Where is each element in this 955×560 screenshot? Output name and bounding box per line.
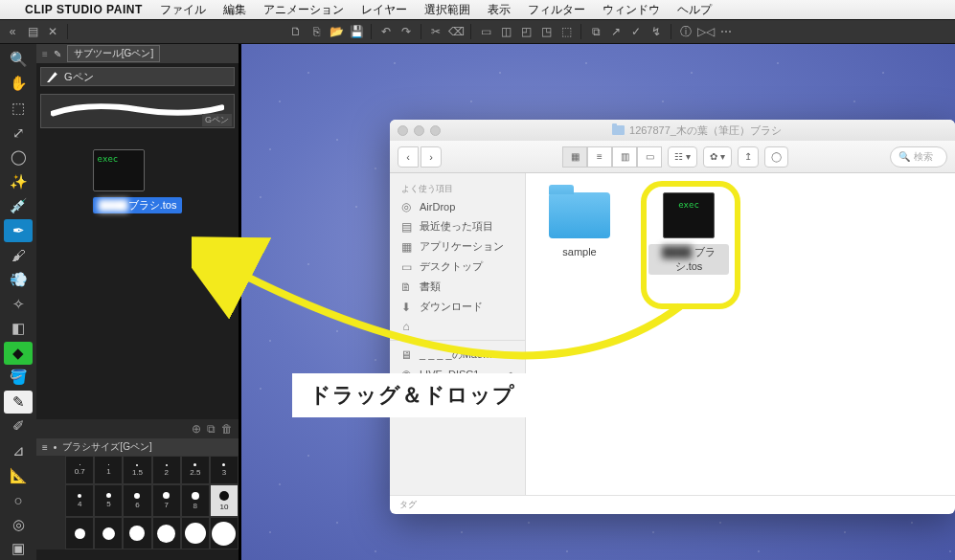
menu-filter[interactable]: フィルター <box>528 2 585 18</box>
ruler3-icon[interactable]: ✓ <box>627 23 645 40</box>
menu-layer[interactable]: レイヤー <box>361 2 407 18</box>
sel1-icon[interactable]: ▭ <box>477 23 494 40</box>
airbrush-tool[interactable]: 💨 <box>4 268 33 291</box>
correct-tool[interactable]: ◎ <box>4 513 33 536</box>
new2-icon[interactable]: ⎘ <box>307 23 325 40</box>
assist-icon[interactable]: ⓘ <box>677 23 694 40</box>
menu-icon[interactable]: ▤ <box>24 23 41 40</box>
sel5-icon[interactable]: ⬚ <box>557 23 575 40</box>
del-subtool-icon[interactable]: 🗑 <box>221 422 233 436</box>
view-segment[interactable]: ▦ ≡ ▥ ▭ <box>562 146 662 168</box>
column-view-icon[interactable]: ▥ <box>612 146 637 168</box>
icon-view-icon[interactable]: ▦ <box>562 146 587 168</box>
back-button[interactable]: ‹ <box>398 146 419 168</box>
finder-item-brushfile[interactable]: exec ████ ブラシ.tos <box>648 192 729 275</box>
subtool-drop-area[interactable]: exec ████ブラシ.tos <box>36 132 239 419</box>
close-icon[interactable]: ✕ <box>44 23 61 40</box>
ruler-tool[interactable]: 📐 <box>4 464 33 487</box>
eraser-tool[interactable]: ◧ <box>4 317 33 340</box>
erase-icon[interactable]: ⌫ <box>447 23 465 40</box>
sel2-icon[interactable]: ◫ <box>497 23 514 40</box>
size-cell[interactable] <box>65 517 94 549</box>
tags-button[interactable]: ◯ <box>764 146 788 168</box>
size-cell[interactable]: 7 <box>152 484 181 517</box>
share-button[interactable]: ↥ <box>738 146 759 168</box>
balloon-tool[interactable]: ○ <box>4 488 33 511</box>
dropper-tool[interactable]: 💉 <box>4 194 33 217</box>
sel4-icon[interactable]: ◳ <box>537 23 555 40</box>
dragged-file[interactable]: exec ████ブラシ.tos <box>93 149 183 213</box>
chevrons-icon[interactable]: « <box>4 23 21 40</box>
sidebar-item-apps[interactable]: ▦アプリケーション <box>390 236 525 257</box>
frame-tool[interactable]: ⊿ <box>4 439 33 462</box>
sidebar-item-downloads[interactable]: ⬇ダウンロード <box>390 297 525 317</box>
size-cell[interactable] <box>210 517 239 549</box>
sidebar-item-mac[interactable]: 🖥_ _ _ _のMac… <box>390 345 525 365</box>
subtool-tab[interactable]: サブツール[Gペン] <box>67 45 160 62</box>
vector-tool[interactable]: ✐ <box>4 415 33 438</box>
finder-window[interactable]: 1267877_木の葉（筆圧）ブラシ ‹ › ▦ ≡ ▥ ▭ ☷ ▾ ✿ ▾ ↥… <box>390 120 955 514</box>
menu-help[interactable]: ヘルプ <box>677 2 712 18</box>
cut-icon[interactable]: ✂ <box>427 23 444 40</box>
extra-icon[interactable]: ⋯ <box>717 23 735 40</box>
new-subtool-icon[interactable]: ⊕ <box>192 422 201 436</box>
ruler2-icon[interactable]: ↗ <box>607 23 625 40</box>
fill-tool[interactable]: 🪣 <box>4 367 33 390</box>
size-cell[interactable]: 8 <box>181 484 210 517</box>
traffic-lights[interactable] <box>398 125 441 136</box>
finder-search[interactable]: 🔍 検索 <box>890 146 947 168</box>
list-view-icon[interactable]: ≡ <box>587 146 612 168</box>
size-cell[interactable]: 2 <box>152 456 181 484</box>
forward-button[interactable]: › <box>421 146 442 168</box>
size-cell[interactable]: 4 <box>65 484 94 517</box>
brush-preview[interactable]: Gペン <box>40 94 235 128</box>
menu-window[interactable]: ウィンドウ <box>603 2 660 18</box>
subtool-dropdown[interactable]: Gペン <box>40 67 235 86</box>
app-name[interactable]: CLIP STUDIO PAINT <box>25 3 143 16</box>
hand-tool[interactable]: ✋ <box>4 73 33 96</box>
wand-tool[interactable]: ✨ <box>4 170 33 193</box>
move-tool[interactable]: ⬚ <box>4 97 33 120</box>
finder-titlebar[interactable]: 1267877_木の葉（筆圧）ブラシ <box>390 120 955 141</box>
new-icon[interactable]: 🗋 <box>287 23 305 40</box>
close-dot-icon[interactable] <box>398 125 408 136</box>
transform-tool[interactable]: ⤢ <box>4 122 33 145</box>
open-icon[interactable]: 📂 <box>328 23 345 40</box>
size-cell[interactable]: 6 <box>123 484 151 517</box>
size-cell[interactable] <box>181 517 210 549</box>
sidebar-item-recent[interactable]: ▤最近使った項目 <box>390 216 525 236</box>
pen-tool[interactable]: ✒ <box>4 219 33 242</box>
menu-edit[interactable]: 編集 <box>223 2 246 18</box>
menu-selection[interactable]: 選択範囲 <box>424 2 470 18</box>
lasso-tool[interactable]: ◯ <box>4 146 33 168</box>
sidebar-item-docs[interactable]: 🗎書類 <box>390 277 525 297</box>
finder-item-folder[interactable]: sample <box>539 192 620 260</box>
finder-content[interactable]: sample exec ████ ブラシ.tos <box>526 173 955 495</box>
size-cell[interactable] <box>94 517 123 549</box>
size-cell[interactable]: 5 <box>94 484 123 517</box>
size-cell[interactable]: 1.5 <box>123 456 151 484</box>
menu-view[interactable]: 表示 <box>488 2 511 18</box>
size-cell[interactable]: 2.5 <box>181 456 210 484</box>
ruler1-icon[interactable]: ⧉ <box>587 23 604 40</box>
ruler4-icon[interactable]: ↯ <box>648 23 665 40</box>
menu-animation[interactable]: アニメーション <box>263 2 344 18</box>
action-dropdown[interactable]: ✿ ▾ <box>703 146 732 168</box>
play-icon[interactable]: ▷◁ <box>697 23 715 40</box>
menu-file[interactable]: ファイル <box>160 2 206 18</box>
swatch-tool[interactable]: ▣ <box>4 538 33 560</box>
size-cell[interactable]: 1 <box>94 456 123 484</box>
brush-tool[interactable]: 🖌 <box>4 244 33 267</box>
dup-subtool-icon[interactable]: ⧉ <box>207 422 216 436</box>
size-cell[interactable]: 3 <box>210 456 239 484</box>
sidebar-item-desktop[interactable]: ▭デスクトップ <box>390 257 525 277</box>
text-tool[interactable]: ✎ <box>4 391 33 414</box>
sidebar-item-airdrop[interactable]: ◎AirDrop <box>390 197 525 216</box>
redo-icon[interactable]: ↷ <box>398 23 415 40</box>
sidebar-item-home[interactable]: ⌂ <box>390 317 525 336</box>
size-cell[interactable] <box>152 517 181 549</box>
max-dot-icon[interactable] <box>430 125 441 136</box>
sel3-icon[interactable]: ◰ <box>517 23 534 40</box>
blend-tool[interactable]: ◆ <box>4 342 33 365</box>
undo-icon[interactable]: ↶ <box>377 23 395 40</box>
